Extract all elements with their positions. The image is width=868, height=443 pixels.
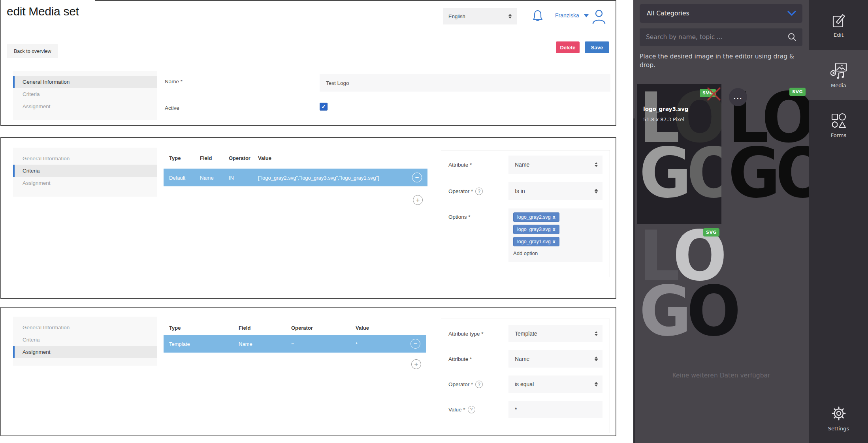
nav-item-assignment[interactable]: Assignment (13, 346, 157, 358)
options-field[interactable]: logo_gray2.svgx logo_gray3.svgx logo_gra… (508, 208, 603, 262)
cell-type: Default (169, 175, 185, 180)
back-to-overview-button[interactable]: Back to overview (7, 44, 58, 58)
panel-criteria: General Information Criteria Assignment … (0, 137, 616, 299)
cell-field: Name (200, 175, 214, 180)
media-search-input[interactable]: Search by name, topic ... (640, 28, 802, 46)
remove-option-icon[interactable]: x (553, 214, 555, 220)
value-input[interactable]: * (508, 401, 603, 418)
nav-item-general-information[interactable]: General Information (13, 76, 157, 88)
remove-row-button[interactable]: − (412, 173, 422, 182)
user-menu[interactable]: Franziska (555, 12, 579, 19)
remove-option-icon[interactable]: x (553, 239, 555, 244)
toolbar-item-media[interactable]: Media (809, 50, 868, 100)
select-updown-icon (595, 162, 598, 167)
app-screen: edit Media set English Franziska Back to… (0, 0, 868, 443)
add-row-button[interactable]: + (411, 359, 421, 369)
active-checkbox[interactable] (320, 103, 328, 111)
nav-item-criteria[interactable]: Criteria (13, 88, 157, 100)
help-icon[interactable]: ? (468, 406, 475, 413)
criteria-row[interactable]: Default Name IN ["logo_gray2.svg","logo_… (164, 169, 427, 186)
select-updown-icon (595, 189, 598, 193)
value-row: Value * ? * (448, 401, 603, 418)
media-file-name: logo_gray3.svg (643, 106, 688, 112)
attribute-label: Attribute * (448, 162, 508, 168)
cell-value: ["logo_gray2.svg","logo_gray3.svg","logo… (258, 175, 379, 180)
language-select[interactable]: English (443, 8, 517, 24)
nav-item-assignment[interactable]: Assignment (13, 100, 157, 113)
select-updown-icon (595, 357, 598, 361)
save-button[interactable]: Save (585, 41, 609, 53)
operator-select[interactable]: Is in (508, 182, 603, 200)
section-nav: General Information Criteria Assignment (13, 71, 157, 120)
option-tag[interactable]: logo_gray2.svgx (513, 212, 559, 222)
nav-item-assignment[interactable]: Assignment (13, 177, 157, 189)
col-header-field: Field (200, 155, 212, 161)
tile-options-menu[interactable]: ... (729, 88, 747, 106)
add-option-button[interactable]: Add option (513, 250, 598, 256)
nav-item-criteria[interactable]: Criteria (13, 334, 157, 346)
col-header-operator: Operator (291, 325, 313, 331)
option-tag[interactable]: logo_gray3.svgx (513, 225, 559, 234)
user-caret-icon[interactable] (584, 14, 589, 17)
operator-label-text: Operator * (448, 381, 473, 387)
category-dropdown[interactable]: All Categories (640, 4, 802, 23)
logo-glyph: LO GO (639, 229, 715, 339)
logo-letter: O (687, 133, 721, 213)
delete-cross-icon[interactable] (705, 85, 721, 103)
notification-bell-icon[interactable] (531, 9, 544, 23)
media-tile-logo-gray[interactable]: LO GO SVG (637, 227, 721, 357)
operator-label: Operator * ? (448, 381, 508, 388)
panel-general-information: edit Media set English Franziska Back to… (0, 0, 616, 126)
value-label: Value * ? (448, 406, 508, 413)
assignment-row[interactable]: Template Name = * − (164, 335, 426, 353)
nav-item-general-information[interactable]: General Information (13, 152, 157, 165)
toolbar-item-edit[interactable]: Edit (809, 0, 868, 50)
option-tag[interactable]: logo_gray1.svgx (513, 237, 559, 246)
operator-select[interactable]: is equal (508, 375, 603, 393)
section-nav: General Information Criteria Assignment (13, 317, 157, 366)
attribute-select[interactable]: Name (508, 350, 603, 368)
col-header-type: Type (169, 325, 181, 331)
chevron-down-icon (787, 11, 796, 16)
cell-operator: IN (229, 175, 234, 180)
col-header-field: Field (239, 325, 250, 331)
logo-letter: G (639, 133, 687, 213)
help-icon[interactable]: ? (475, 381, 483, 388)
user-avatar-icon[interactable] (591, 9, 606, 24)
attribute-label: Attribute * (448, 356, 508, 362)
name-input[interactable]: Test Logo (320, 74, 610, 92)
attribute-select[interactable]: Name (508, 156, 603, 174)
card-top-border (95, 0, 616, 1)
add-row-button[interactable]: + (413, 195, 423, 205)
toolbar-item-label: Edit (834, 32, 844, 38)
help-icon[interactable]: ? (475, 188, 483, 195)
attribute-type-select-value: Template (515, 330, 537, 337)
toolbar-item-settings[interactable]: Settings (809, 393, 868, 443)
search-icon[interactable] (787, 32, 797, 42)
attribute-type-row: Attribute type * Template (448, 325, 603, 342)
svg-badge: SVG (703, 228, 719, 237)
option-tag-label: logo_gray1.svg (517, 239, 551, 244)
nav-item-general-information[interactable]: General Information (13, 321, 157, 334)
sidebar-scrollbar[interactable] (633, 118, 635, 443)
forms-icon (831, 113, 847, 129)
toolbar-item-forms[interactable]: Forms (809, 100, 868, 150)
nav-item-criteria[interactable]: Criteria (13, 165, 157, 177)
operator-row: Operator * ? Is in (448, 182, 603, 200)
media-tile-logo-gray3[interactable]: LO GO logo_gray3.svg 51.8 x 87.3 Pixel S… (637, 84, 721, 224)
media-tile-logo-black[interactable]: LO GO ... SVG (726, 84, 810, 224)
language-select-value: English (448, 13, 465, 19)
toolbar-item-label: Media (831, 83, 846, 88)
remove-option-icon[interactable]: x (553, 227, 555, 232)
operator-select-value: Is in (515, 188, 525, 194)
delete-button[interactable]: Delete (556, 41, 580, 53)
assignment-edit-form: Attribute type * Template Attribute * Na… (441, 319, 610, 433)
logo-letter: G (728, 133, 776, 213)
edit-icon (831, 13, 846, 28)
active-label: Active (165, 105, 179, 111)
col-header-value: Value (356, 325, 369, 331)
panel-assignment: General Information Criteria Assignment … (0, 307, 616, 436)
attribute-type-select[interactable]: Template (508, 325, 603, 342)
remove-row-button[interactable]: − (410, 339, 420, 349)
col-header-type: Type (169, 155, 181, 161)
